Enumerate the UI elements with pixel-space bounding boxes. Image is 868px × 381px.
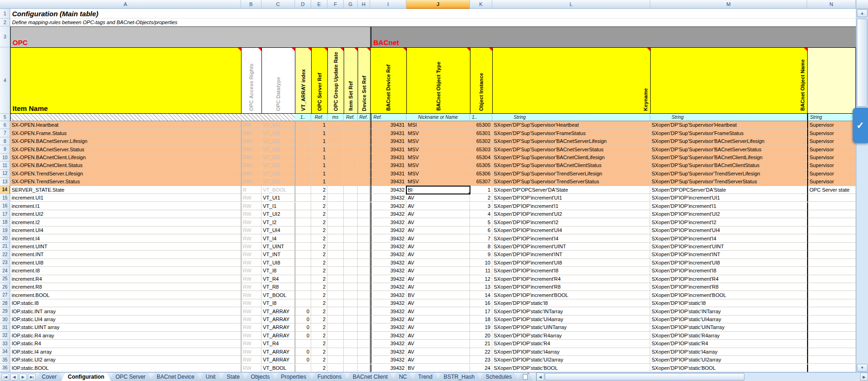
- cell-l23[interactable]: SXopen'DP'IOP'increment'UI8: [492, 259, 650, 267]
- cell-f21[interactable]: [327, 243, 344, 251]
- cell-k16[interactable]: 3: [470, 202, 492, 210]
- cell-b27[interactable]: RW: [241, 291, 261, 299]
- confirm-check-button[interactable]: ✓: [853, 108, 868, 143]
- cell-e7[interactable]: 1: [311, 129, 327, 137]
- cell-d31[interactable]: 0: [295, 323, 311, 331]
- cell-a29[interactable]: IOP.static.INT array: [10, 307, 241, 315]
- cell-i21[interactable]: 39432: [370, 243, 406, 251]
- cell-h10[interactable]: [358, 154, 370, 161]
- cell-g9[interactable]: [344, 145, 358, 153]
- scroll-up-arrow-icon[interactable]: ▲: [857, 9, 868, 17]
- cell-m18[interactable]: SXopen'DP'IOP'increment'I2: [650, 218, 807, 226]
- cell-i36[interactable]: 39432: [370, 364, 406, 372]
- cell-m23[interactable]: SXopen'DP'IOP'increment'UI8: [650, 259, 807, 267]
- cell-c35[interactable]: VT_ARRAY: [261, 356, 295, 364]
- cell-i31[interactable]: 39432: [370, 323, 406, 331]
- cell-e27[interactable]: 2: [311, 291, 327, 299]
- cell-m30[interactable]: SXopen'DP'IOP'static'UI4array: [650, 316, 807, 323]
- cell-d25[interactable]: [295, 275, 311, 283]
- cell-a31[interactable]: IOP.static.UINT array: [10, 323, 241, 331]
- cell-b34[interactable]: RW: [241, 348, 261, 356]
- sheet-tab-state[interactable]: State: [220, 373, 246, 381]
- cell-i34[interactable]: 39432: [370, 348, 406, 356]
- row-header-19[interactable]: 19: [0, 226, 10, 234]
- cell-f30[interactable]: [327, 316, 344, 323]
- subheader-n[interactable]: String: [807, 114, 856, 121]
- cell-b24[interactable]: RW: [241, 267, 261, 275]
- cell-c16[interactable]: VT_I1: [261, 202, 295, 210]
- active-cell[interactable]: BI: [406, 186, 470, 194]
- cell-d36[interactable]: [295, 364, 311, 372]
- cell-m28[interactable]: SXopen'DP'IOP'static'I8: [650, 299, 807, 307]
- tab-nav-last-button[interactable]: ▶|: [28, 374, 36, 381]
- row-header-26[interactable]: 26: [0, 283, 10, 291]
- cell-k25[interactable]: 12: [470, 275, 492, 283]
- cell-k28[interactable]: 16: [470, 299, 492, 307]
- cell-m35[interactable]: SXopen'DP'IOP'static'UI2array: [650, 356, 807, 364]
- row-header-33[interactable]: 33: [0, 340, 10, 348]
- row-header-31[interactable]: 31: [0, 323, 10, 331]
- cell-l32[interactable]: SXopen'DP'IOP'static'R4array: [492, 332, 650, 340]
- vertical-scrollbar-thumb[interactable]: [857, 19, 868, 107]
- cell-h7[interactable]: [358, 129, 370, 137]
- cell-k22[interactable]: 9: [470, 251, 492, 258]
- cell-h20[interactable]: [358, 234, 370, 242]
- cell-l22[interactable]: SXopen'DP'IOP'increment'INT: [492, 251, 650, 258]
- cell-g14[interactable]: [344, 186, 358, 194]
- section-bacnet-cell[interactable]: BACnet: [370, 26, 856, 47]
- cell-k13[interactable]: 65307: [470, 178, 492, 186]
- cell-a9[interactable]: SX-OPEN.BACnetServer.Status: [10, 145, 241, 153]
- cell-i19[interactable]: 39432: [370, 226, 406, 234]
- cell-n24[interactable]: [807, 267, 856, 275]
- cell-l30[interactable]: SXopen'DP'IOP'static'UI4array: [492, 316, 650, 323]
- cell-n10[interactable]: Supervisor: [807, 154, 856, 161]
- cell-l18[interactable]: SXopen'DP'IOP'increment'I2: [492, 218, 650, 226]
- cell-a34[interactable]: IOP.static.I4 array: [10, 348, 241, 356]
- cell-e35[interactable]: 2: [311, 356, 327, 364]
- cell-i12[interactable]: 39431: [370, 170, 406, 178]
- cell-f18[interactable]: [327, 218, 344, 226]
- cell-e24[interactable]: 2: [311, 267, 327, 275]
- cell-n18[interactable]: [807, 218, 856, 226]
- cell-k31[interactable]: 19: [470, 323, 492, 331]
- row-header-1[interactable]: 1: [0, 9, 10, 19]
- cell-e34[interactable]: 2: [311, 348, 327, 356]
- cell-l31[interactable]: SXopen'DP'IOP'static'UINTarray: [492, 323, 650, 331]
- cell-h18[interactable]: [358, 218, 370, 226]
- cell-g26[interactable]: [344, 283, 358, 291]
- cell-l10[interactable]: SXopen'DP'Sup'Supervisor'BACnetClientLif…: [492, 154, 650, 161]
- cell-d7[interactable]: [295, 129, 311, 137]
- row-header-25[interactable]: 25: [0, 275, 10, 283]
- cell-i24[interactable]: 39432: [370, 267, 406, 275]
- cell-m20[interactable]: SXopen'DP'IOP'increment'I4: [650, 234, 807, 242]
- cell-l14[interactable]: SXopen'DP'OPCServer'DA'State: [492, 186, 650, 194]
- cell-m29[interactable]: SXopen'DP'IOP'static'INTarray: [650, 307, 807, 315]
- row-header-34[interactable]: 34: [0, 348, 10, 356]
- cell-a30[interactable]: IOP.static.UI4 array: [10, 316, 241, 323]
- cell-d34[interactable]: 0: [295, 348, 311, 356]
- cell-l19[interactable]: SXopen'DP'IOP'increment'UI4: [492, 226, 650, 234]
- cell-n14[interactable]: OPC Server state: [807, 186, 856, 194]
- cell-h34[interactable]: [358, 348, 370, 356]
- sheet-tab-bacnet-device[interactable]: BACnet Device: [150, 373, 201, 381]
- cell-l12[interactable]: SXopen'DP'Sup'Supervisor'TrendServerLife…: [492, 170, 650, 178]
- cell-f7[interactable]: [327, 129, 344, 137]
- cell-f34[interactable]: [327, 348, 344, 356]
- cell-h6[interactable]: [358, 121, 370, 129]
- header-cell-f[interactable]: OPC Group Update Rate: [327, 47, 344, 114]
- cell-g6[interactable]: [344, 121, 358, 129]
- cell-m7[interactable]: SXopen'DP'Sup'Supervisor'FrameStatus: [650, 129, 807, 137]
- cell-k35[interactable]: 23: [470, 356, 492, 364]
- cell-n19[interactable]: [807, 226, 856, 234]
- cell-d33[interactable]: [295, 340, 311, 348]
- cell-m22[interactable]: SXopen'DP'IOP'increment'INT: [650, 251, 807, 258]
- cell-f32[interactable]: [327, 332, 344, 340]
- cell-g28[interactable]: [344, 299, 358, 307]
- cell-c15[interactable]: VT_UI1: [261, 194, 295, 202]
- cell-k23[interactable]: 10: [470, 259, 492, 267]
- cell-n35[interactable]: [807, 356, 856, 364]
- cell-m8[interactable]: SXopen'DP'Sup'Supervisor'BACnetServerLif…: [650, 137, 807, 145]
- column-header-D[interactable]: D: [295, 0, 311, 9]
- cell-e11[interactable]: 1: [311, 161, 327, 169]
- cell-m25[interactable]: SXopen'DP'IOP'increment'R4: [650, 275, 807, 283]
